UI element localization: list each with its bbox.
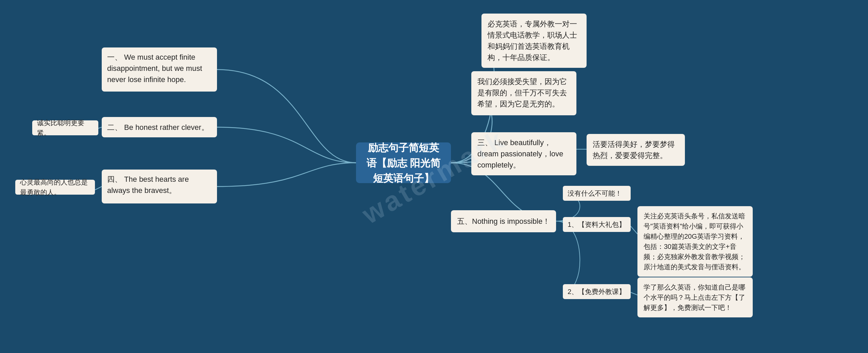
node-right4-sub2-label: 1、【资料大礼包】 [563, 217, 631, 232]
node-right2: 我们必须接受失望，因为它是有限的，但千万不可失去希望，因为它是无穷的。 [471, 71, 576, 115]
node-right4-sub3-text: 学了那么久英语，你知道自己是哪个水平的吗？马上点击左下方【了解更多】，免费测试一… [637, 277, 753, 317]
node-right3-main: 三、 Live beautifully，dream passionately，l… [471, 132, 576, 175]
node-right4-sub2-text: 关注必克英语头条号，私信发送暗号"英语资料"给小编，即可获得小编精心整理的20G… [637, 206, 753, 277]
center-node: 励志句子简短英语【励志 阳光简短英语句子】 [356, 142, 451, 183]
node-right4-sub1-label: 没有什么不可能！ [563, 186, 631, 201]
node-left2: 二、 Be honest rather clever。 [102, 117, 217, 137]
node-left-small2: 心灵最高尚的人也总是最勇敢的人。 [15, 180, 95, 195]
node-right3-sub: 活要活得美好，梦要梦得热烈，爱要爱得完整。 [587, 134, 685, 166]
node-right4-main: 五、Nothing is impossible！ [451, 210, 556, 232]
node-left3: 四、 The best hearts are always the braves… [102, 170, 217, 203]
node-left-small1: 诚实比聪明更要紧。 [32, 120, 98, 135]
mindmap-container: 励志句子简短英语【励志 阳光简短英语句子】 一、 We must accept … [0, 0, 868, 353]
node-right4-sub3-label: 2、【免费外教课】 [563, 284, 631, 299]
node-right1: 必克英语，专属外教一对一情景式电话教学，职场人士和妈妈们首选英语教育机构，十年品… [481, 14, 587, 68]
node-left1: 一、 We must accept finite disappointment,… [102, 47, 217, 92]
